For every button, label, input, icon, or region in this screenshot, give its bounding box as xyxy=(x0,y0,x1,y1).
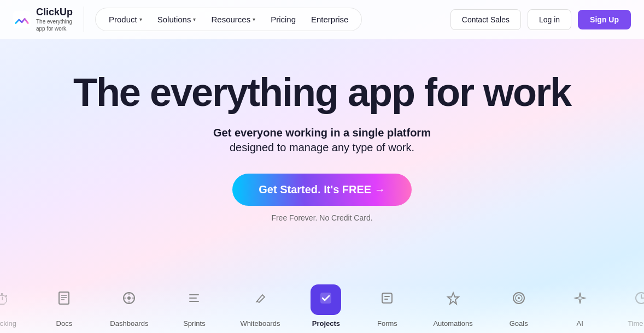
svg-rect-17 xyxy=(384,296,390,297)
feature-label-ai: AI xyxy=(577,319,583,328)
svg-rect-18 xyxy=(384,299,388,300)
forms-icon xyxy=(379,290,395,310)
logo-brand: ClickUp xyxy=(36,7,73,19)
feature-item-automations[interactable]: Automations xyxy=(418,284,488,333)
svg-point-6 xyxy=(127,296,131,300)
nav-resources[interactable]: Resources ▾ xyxy=(204,11,262,27)
whiteboards-icon-wrap xyxy=(245,284,276,315)
feature-label-time: Time T... xyxy=(628,319,644,328)
nav-right: Contact Sales Log in Sign Up xyxy=(450,9,631,30)
feature-item-whiteboards[interactable]: Whiteboards xyxy=(225,284,295,333)
feature-label-goals: Goals xyxy=(510,319,528,328)
svg-rect-0 xyxy=(13,11,31,28)
cta-button[interactable]: Get Started. It's FREE → xyxy=(232,174,411,206)
svg-point-22 xyxy=(518,297,520,299)
svg-rect-1 xyxy=(59,292,69,304)
logo-tagline: The everythingapp for work. xyxy=(36,18,73,32)
feature-label-automations: Automations xyxy=(433,319,472,328)
feature-label-projects: Projects xyxy=(312,319,340,328)
dashboards-icon-wrap xyxy=(114,284,144,315)
ai-icon xyxy=(572,290,588,310)
automations-icon xyxy=(446,290,461,310)
nav-enterprise[interactable]: Enterprise xyxy=(305,11,355,27)
features-bar: ⏱ Tracking Docs Dashboards Sprints xyxy=(0,284,644,333)
tracking-icon-wrap: ⏱ xyxy=(0,284,18,315)
dashboards-icon xyxy=(121,290,137,310)
feature-item-time[interactable]: Time T... xyxy=(611,284,644,333)
signup-button[interactable]: Sign Up xyxy=(578,10,631,29)
feature-label-sprints: Sprints xyxy=(183,319,205,328)
nav-links: Product ▾ Solutions ▾ Resources ▾ Pricin… xyxy=(95,8,362,31)
tracking-icon: ⏱ xyxy=(0,292,10,308)
product-chevron: ▾ xyxy=(139,16,142,22)
feature-item-forms[interactable]: Forms xyxy=(356,284,418,333)
projects-icon-wrap xyxy=(311,284,341,315)
contact-sales-button[interactable]: Contact Sales xyxy=(450,9,521,30)
feature-item-sprints[interactable]: Sprints xyxy=(163,284,225,333)
docs-icon xyxy=(56,290,72,310)
ai-icon-wrap xyxy=(565,284,595,315)
forms-icon-wrap xyxy=(372,284,402,315)
hero-section: The everything app for work Get everyone… xyxy=(0,39,644,222)
nav-solutions[interactable]: Solutions ▾ xyxy=(151,11,203,27)
cta-free-text: Free Forever. No Credit Card. xyxy=(271,213,372,222)
sprints-icon xyxy=(186,290,202,310)
feature-label-tracking: Tracking xyxy=(0,319,16,328)
goals-icon-wrap xyxy=(504,284,534,315)
sprints-icon-wrap xyxy=(179,284,209,315)
whiteboards-icon xyxy=(253,290,268,310)
logo-text: ClickUp The everythingapp for work. xyxy=(36,7,73,33)
svg-rect-16 xyxy=(382,293,392,303)
time-icon-wrap xyxy=(626,284,644,315)
logo[interactable]: ClickUp The everythingapp for work. xyxy=(13,7,84,33)
svg-line-14 xyxy=(256,301,257,302)
feature-item-ai[interactable]: AI xyxy=(549,284,611,333)
resources-chevron: ▾ xyxy=(253,16,255,22)
feature-label-whiteboards: Whiteboards xyxy=(240,319,280,328)
time-icon xyxy=(634,290,644,310)
docs-icon-wrap xyxy=(49,284,79,315)
projects-icon xyxy=(318,290,333,310)
solutions-chevron: ▾ xyxy=(193,16,196,22)
feature-item-docs[interactable]: Docs xyxy=(33,284,95,333)
feature-item-projects[interactable]: Projects xyxy=(295,284,356,333)
navbar: ClickUp The everythingapp for work. Prod… xyxy=(0,0,644,39)
nav-pricing[interactable]: Pricing xyxy=(264,11,302,27)
hero-subtitle-bold: Get everyone working in a single platfor… xyxy=(213,127,431,139)
nav-product[interactable]: Product ▾ xyxy=(102,11,149,27)
goals-icon xyxy=(511,290,526,310)
feature-item-goals[interactable]: Goals xyxy=(488,284,549,333)
svg-marker-19 xyxy=(448,293,459,304)
clickup-logo-icon xyxy=(13,11,31,28)
feature-item-dashboards[interactable]: Dashboards xyxy=(95,284,163,333)
hero-title: The everything app for work xyxy=(73,72,571,114)
feature-label-forms: Forms xyxy=(377,319,397,328)
nav-left: ClickUp The everythingapp for work. Prod… xyxy=(13,7,362,33)
login-button[interactable]: Log in xyxy=(528,9,571,30)
feature-label-docs: Docs xyxy=(56,319,73,328)
feature-label-dashboards: Dashboards xyxy=(110,319,148,328)
hero-subtitle: designed to manage any type of work. xyxy=(230,141,414,154)
feature-item-tracking[interactable]: ⏱ Tracking xyxy=(0,284,33,333)
automations-icon-wrap xyxy=(438,284,469,315)
